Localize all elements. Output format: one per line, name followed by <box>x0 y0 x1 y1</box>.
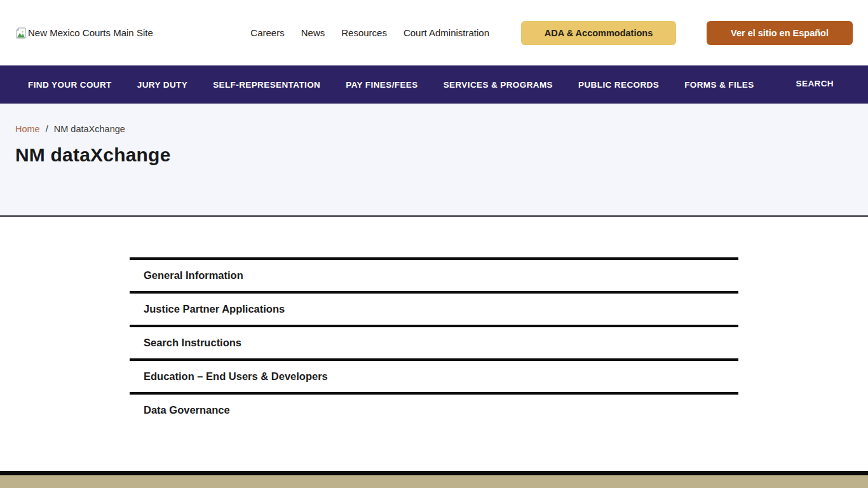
accordion-item-general-information[interactable]: General Information <box>130 257 738 291</box>
footer-tan-strip <box>0 475 868 488</box>
utility-link-court-administration[interactable]: Court Administration <box>403 27 489 38</box>
breadcrumb: Home / NM dataXchange <box>15 124 853 134</box>
site-footer <box>0 471 868 488</box>
breadcrumb-home-link[interactable]: Home <box>15 124 40 134</box>
accordion-item-education-end-users-developers[interactable]: Education – End Users & Developers <box>130 358 738 392</box>
nav-forms-files[interactable]: FORMS & FILES <box>684 80 754 90</box>
nav-jury-duty[interactable]: JURY DUTY <box>137 80 187 90</box>
broken-image-icon <box>15 27 27 39</box>
page-hero: Home / NM dataXchange NM dataXchange <box>0 104 868 217</box>
nav-find-your-court[interactable]: FIND YOUR COURT <box>28 80 112 90</box>
accordion-item-label: Data Governance <box>144 404 230 416</box>
utility-link-careers[interactable]: Careers <box>250 27 284 38</box>
spanish-site-button[interactable]: Ver el sitio en Español <box>707 21 853 45</box>
utility-nav: Careers News Resources Court Administrat… <box>250 21 853 45</box>
accordion: General Information Justice Partner Appl… <box>130 257 738 426</box>
site-logo-alt-text: New Mexico Courts Main Site <box>28 27 153 38</box>
nav-services-programs[interactable]: SERVICES & PROGRAMS <box>444 80 553 90</box>
accordion-item-justice-partner-applications[interactable]: Justice Partner Applications <box>130 291 738 325</box>
accordion-item-data-governance[interactable]: Data Governance <box>130 392 738 426</box>
site-header: New Mexico Courts Main Site Careers News… <box>0 0 868 65</box>
main-content: General Information Justice Partner Appl… <box>0 217 868 471</box>
footer-black-strip <box>0 471 868 475</box>
accordion-item-search-instructions[interactable]: Search Instructions <box>130 325 738 358</box>
accordion-item-label: Search Instructions <box>144 337 241 349</box>
accordion-item-label: Justice Partner Applications <box>144 303 285 315</box>
utility-link-resources[interactable]: Resources <box>341 27 387 38</box>
breadcrumb-separator: / <box>46 124 48 134</box>
breadcrumb-current: NM dataXchange <box>54 124 125 134</box>
nav-search[interactable]: SEARCH <box>796 79 834 88</box>
nav-pay-fines-fees[interactable]: PAY FINES/FEES <box>346 80 417 90</box>
site-logo-link[interactable]: New Mexico Courts Main Site <box>15 27 153 39</box>
utility-link-news[interactable]: News <box>301 27 325 38</box>
main-nav-bar: FIND YOUR COURT JURY DUTY SELF-REPRESENT… <box>0 65 868 104</box>
accordion-item-label: General Information <box>144 269 243 281</box>
page-title: NM dataXchange <box>15 144 853 166</box>
nav-self-representation[interactable]: SELF-REPRESENTATION <box>213 80 320 90</box>
accordion-item-label: Education – End Users & Developers <box>144 370 328 383</box>
ada-accommodations-button[interactable]: ADA & Accommodations <box>521 21 676 45</box>
nav-public-records[interactable]: PUBLIC RECORDS <box>578 80 659 90</box>
